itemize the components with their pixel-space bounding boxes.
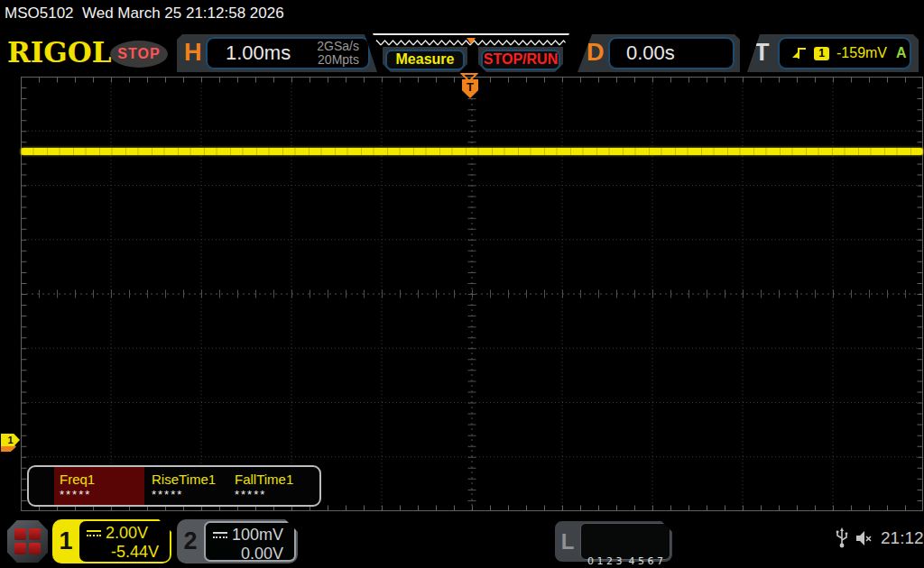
usb-icon: [836, 527, 848, 549]
measurement-panel[interactable]: Freq1 ***** RiseTime1 ***** FallTime1 **…: [27, 465, 321, 507]
waveform-preview-icon: [373, 38, 569, 48]
stop-run-button-label: STOP/RUN: [481, 50, 560, 70]
measure-button-label: Measure: [385, 50, 465, 70]
sample-rate: 2GSa/s: [317, 39, 359, 53]
timebase-value: 1.00ms: [226, 41, 291, 65]
delay-settings[interactable]: D 0.00s: [578, 34, 740, 72]
grid-lines: [21, 77, 923, 511]
channel1-offset: -5.44V: [87, 543, 162, 562]
delay-box[interactable]: 0.00s: [608, 37, 735, 69]
trigger-box[interactable]: 1 -159mV A: [778, 37, 911, 69]
trigger-edge-icon: [790, 46, 807, 60]
measurement-item-freq1[interactable]: Freq1 *****: [54, 467, 144, 505]
trigger-source-badge: 1: [814, 47, 829, 60]
measurement-value: *****: [235, 488, 319, 501]
measurement-item-falltime1[interactable]: FallTime1 *****: [229, 467, 319, 505]
measurement-label: Freq1: [60, 472, 144, 487]
delay-value: 0.00s: [626, 41, 675, 65]
trigger-level: -159mV: [836, 45, 887, 61]
logic-channels-status[interactable]: L 0 1 2 3 4 5 6 7 8 9 10 11 12 13 14 15: [555, 521, 672, 562]
trigger-settings[interactable]: T 1 -159mV A: [747, 34, 919, 72]
horizontal-label: H: [184, 39, 202, 67]
channel1-scale: 2.00V: [106, 524, 148, 543]
channel1-trace: [21, 148, 923, 155]
channel1-ground-marker[interactable]: 1: [1, 434, 20, 446]
menu-grid-icon: [14, 528, 41, 554]
measurement-label: FallTime1: [235, 472, 319, 487]
logic-label: L: [555, 521, 580, 562]
channel1-status[interactable]: 1 2.00V -5.44V: [52, 519, 171, 563]
dc-coupling-icon: [87, 530, 101, 536]
memory-depth: 20Mpts: [318, 52, 359, 67]
speaker-muted-icon[interactable]: [855, 529, 873, 547]
measure-button[interactable]: Measure: [383, 47, 467, 72]
measurement-value: *****: [152, 488, 229, 501]
logic-row-0-7: 0 1 2 3 4 5 6 7: [581, 554, 670, 568]
horizontal-settings[interactable]: H 1.00ms 2GSa/s20Mpts: [177, 34, 377, 72]
datetime: Wed March 25 21:12:58 2026: [82, 5, 284, 22]
delay-label: D: [587, 39, 605, 67]
channel2-number: 2: [177, 519, 204, 563]
channel2-offset: 0.00V: [213, 545, 287, 563]
graticule: [21, 77, 923, 511]
trigger-label: T: [754, 39, 770, 67]
channel2-scale: 100mV: [232, 526, 283, 545]
dc-coupling-icon: [213, 532, 227, 538]
measurement-label: RiseTime1: [152, 472, 229, 487]
menu-button[interactable]: [7, 520, 48, 563]
channel2-status[interactable]: 2 100mV 0.00V: [177, 519, 298, 563]
status-bar: MSO5102 Wed March 25 21:12:58 2026: [5, 5, 284, 23]
run-state-badge: STOP: [110, 41, 168, 68]
channel1-number: 1: [52, 519, 79, 563]
rigol-logo: RIGOL: [7, 36, 112, 69]
stop-run-button[interactable]: STOP/RUN: [478, 47, 563, 72]
measurement-item-risetime1[interactable]: RiseTime1 *****: [146, 467, 229, 505]
oscilloscope-screen: MSO5102 Wed March 25 21:12:58 2026 RIGOL…: [0, 0, 924, 568]
trigger-mode: A: [896, 45, 907, 61]
timebase-box[interactable]: 1.00ms 2GSa/s20Mpts: [206, 37, 370, 69]
clock: 21:12: [881, 528, 924, 548]
model-name: MSO5102: [5, 5, 74, 22]
waveform-overview-strip[interactable]: [373, 33, 569, 47]
measurement-value: *****: [60, 488, 144, 501]
